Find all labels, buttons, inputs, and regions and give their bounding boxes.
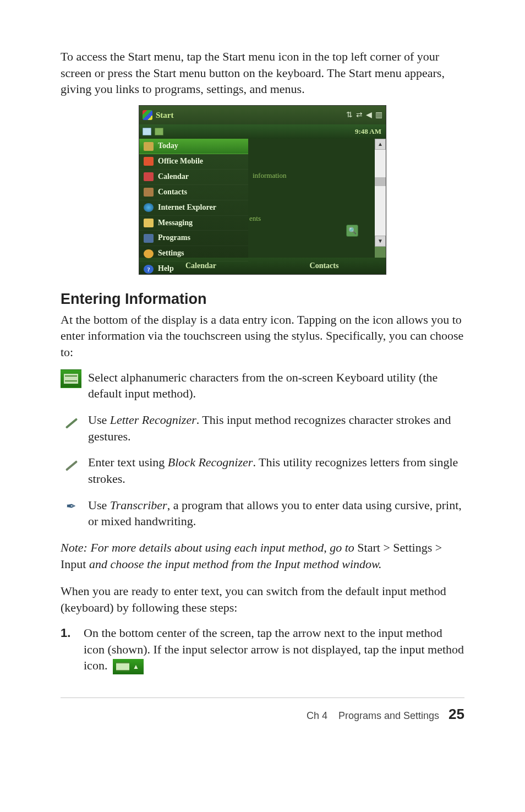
screenshot-titlebar: Start ⇅ ⇄ ◀ ▥ [139,106,386,124]
scrollbar[interactable]: ▲ ▼ [375,139,386,258]
calendar-icon [144,172,154,181]
keyboard-icon [61,369,81,388]
menu-label: Office Mobile [158,156,203,167]
scroll-thumb[interactable] [375,177,386,186]
footer-title: Programs and Settings [338,710,439,721]
home-icon [144,142,154,151]
battery-icon: ▥ [375,110,382,121]
input-method-text: Use Transcriber, a program that allows y… [88,497,464,530]
input-method-text: Enter text using Block Recognizer. This … [88,454,464,487]
menu-item-messaging[interactable]: Messaging [139,216,248,231]
menu-item-today[interactable]: Today [139,139,248,154]
softkey-left[interactable]: Calendar [139,258,262,274]
contacts-icon [144,188,154,197]
text-roman: > [432,541,442,554]
input-method-text: Select alphanumeric characters from the … [88,369,464,402]
menu-item-internet-explorer[interactable]: Internet Explorer [139,200,248,216]
ie-icon [144,203,154,212]
block-recognizer-icon [61,454,81,473]
text-emphasis: Transcriber [110,498,167,512]
input-method-text: Use Letter Recognizer. This input method… [88,412,464,444]
clock: 9:48 AM [355,127,381,137]
scroll-up-icon[interactable]: ▲ [375,139,386,150]
menu-label: Messaging [158,218,193,228]
intro-paragraph: To access the Start menu, tap the Start … [61,48,464,97]
scroll-down-icon[interactable]: ▼ [375,236,386,247]
content-fragment-ents: ents [249,214,375,224]
system-tray: ⇅ ⇄ ◀ ▥ [346,110,382,121]
scroll-track[interactable] [375,150,386,236]
search-icon[interactable]: 🔍 [346,225,358,237]
speaker-icon: ◀ [366,110,372,121]
text-roman: > [380,541,393,554]
settings-icon [144,249,154,258]
softkey-right[interactable]: Contacts [262,258,386,274]
text-roman: Settings [393,541,432,554]
content-fragment-information: information [253,171,375,181]
input-method-keyboard: Select alphanumeric characters from the … [61,369,464,402]
transcriber-icon [61,497,81,516]
input-method-letter-recognizer: Use Letter Recognizer. This input method… [61,412,464,444]
start-menu-list: Today Office Mobile Calendar Contacts In… [139,139,248,258]
text-fragment: Use [88,413,110,427]
menu-item-programs[interactable]: Programs [139,231,248,246]
menu-item-calendar[interactable]: Calendar [139,170,248,185]
switch-paragraph: When you are ready to enter text, you ca… [61,583,464,615]
menu-item-office-mobile[interactable]: Office Mobile [139,154,248,170]
text-fragment: Enter text using [88,455,168,469]
subbar-icon-a [143,128,151,135]
step-text: On the bottom center of the screen, tap … [84,625,464,674]
footer-chapter: Ch 4 [307,710,327,721]
menu-item-contacts[interactable]: Contacts [139,185,248,200]
menu-label: Calendar [158,172,189,182]
note-paragraph: Note: For more details about using each … [61,539,464,572]
text-emphasis: Letter Recognizer [110,413,196,427]
menu-label: Programs [158,233,190,243]
footer-rule [61,697,464,698]
screenshot-title: Start [156,110,346,121]
section-intro: At the bottom of the display is a data e… [61,312,464,361]
windows-flag-icon [143,110,152,120]
softkey-bar: Calendar Contacts [139,258,386,274]
section-heading: Entering Information [61,289,464,309]
wifi-icon: ⇄ [356,110,363,121]
letter-recognizer-icon [61,412,81,430]
messaging-icon [144,219,154,227]
input-method-transcriber: Use Transcriber, a program that allows y… [61,497,464,530]
menu-label: Internet Explorer [158,203,216,213]
menu-label: Today [158,141,178,151]
text-roman: Start [357,541,380,554]
text-emphasis: Block Recognizer [168,455,253,469]
start-menu-screenshot: Start ⇅ ⇄ ◀ ▥ 9:48 AM Today Office Mobil… [61,105,464,275]
footer-page-number: 25 [449,706,464,722]
text-roman: Input [61,557,86,571]
text-fragment: Note: For more details about using each … [61,541,357,554]
input-method-selector-icon [113,659,144,674]
screenshot-subbar: 9:48 AM [139,124,386,139]
office-icon [144,157,154,166]
menu-label: Contacts [158,187,187,198]
connectivity-icon: ⇅ [346,110,353,121]
input-method-block-recognizer: Enter text using Block Recognizer. This … [61,454,464,487]
step-number: 1. [61,625,74,674]
programs-icon [144,234,154,243]
screenshot-content-pane: information ents 🔍 [248,139,375,258]
page-footer: Ch 4 Programs and Settings 25 [61,705,464,724]
step-1: 1. On the bottom center of the screen, t… [61,625,464,674]
text-fragment: Use [88,498,110,512]
text-fragment: and choose the input method from the Inp… [86,557,381,571]
subbar-icon-b [155,128,163,135]
sip-corner-icon[interactable] [375,247,386,258]
